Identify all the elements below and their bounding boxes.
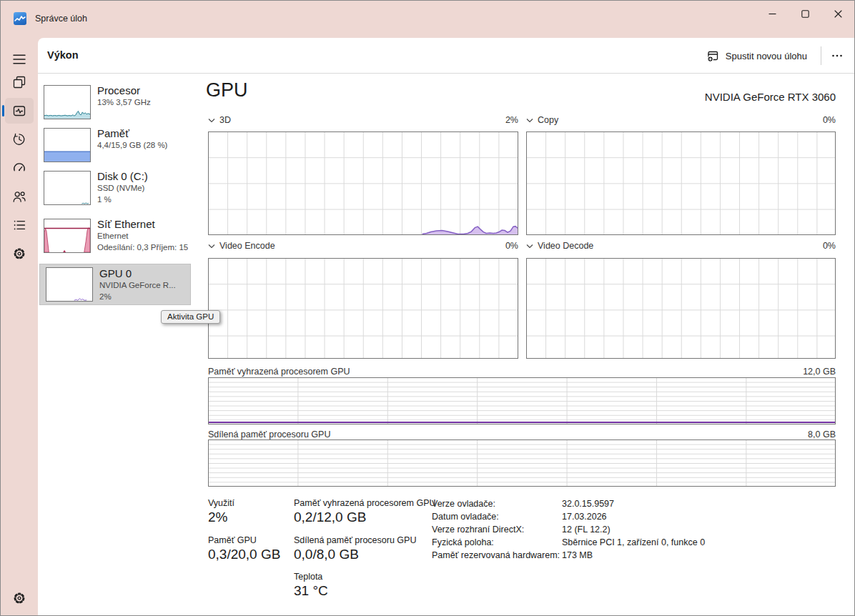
detail-value: 173 MB [562,550,593,560]
memory-chart-label: Sdílená paměť procesoru GPU [208,429,330,439]
cpu-thumbnail-chart [44,85,91,119]
stat-gpu-memory-label: Paměť GPU [208,535,257,545]
chart-percent: 0% [823,241,836,251]
page-header: Výkon Spustit novou úlohu [38,38,855,74]
detail-value: 12 (FL 12.2) [562,525,611,535]
app-history-icon [12,132,26,146]
run-new-task-label: Spustit novou úlohu [726,51,807,61]
services-icon [12,247,26,261]
detail-label: Verze rozhraní DirectX: [432,525,524,535]
detail-value: 32.0.15.9597 [562,499,614,509]
stat-shared-value: 0,0/8,0 GB [294,547,359,562]
processes-icon [12,75,26,89]
sidebar-item-title: Procesor [97,84,151,97]
settings-gear-icon [12,591,26,605]
performance-icon [12,104,26,118]
menu-button[interactable] [5,46,34,72]
sidebar-item-ethernet[interactable]: Síť Ethernet Ethernet Odesílání: 0,3 Pří… [38,217,192,262]
chart-head-video-encode[interactable]: Video Encode 0% [208,239,518,252]
sidebar-item-memory[interactable]: Paměť 4,4/15,9 GB (28 %) [38,126,192,165]
chevron-down-icon[interactable] [526,118,533,123]
content-panel: Výkon Spustit novou úlohu [38,38,855,616]
close-button[interactable] [821,1,854,26]
stat-usage-value: 2% [208,510,227,525]
app-icon [14,12,26,25]
gpu-page-title: GPU [206,79,248,101]
users-icon [12,189,26,204]
sidebar-item-sub: NVIDIA GeForce R... [99,280,176,292]
chart-head-3d[interactable]: 3D 2% [208,114,518,126]
dedicated-memory-usage-line [209,422,835,423]
details-icon [12,218,26,232]
stat-dedicated-value: 0,2/12,0 GB [294,510,366,525]
chart-percent: 2% [505,115,518,125]
nav-item-processes[interactable] [5,69,34,95]
memory-thumbnail-chart [44,128,91,162]
page-title: Výkon [47,49,79,61]
nav-rail [1,38,38,616]
gpu-3d-chart [208,131,518,235]
chart-label: 3D [219,115,231,125]
sidebar-item-disk[interactable]: Disk 0 (C:) SSD (NVMe) 1 % [38,169,192,214]
settings-button[interactable] [5,585,34,611]
nav-item-details[interactable] [5,212,34,238]
chevron-down-icon[interactable] [526,244,533,249]
dedicated-memory-chart [208,377,836,424]
detail-label: Fyzická poloha: [432,537,494,547]
network-thumbnail-chart [44,219,91,253]
detail-label: Datum ovladače: [432,512,499,522]
minimize-button[interactable] [756,1,789,26]
memory-chart-scale: 12,0 GB [803,367,836,377]
gpu-video-decode-chart [526,258,836,359]
stat-temperature-label: Teplota [294,572,322,582]
more-options-button[interactable] [824,44,850,68]
nav-item-users[interactable] [5,184,34,209]
stat-dedicated-label: Paměť vyhrazená procesorem GPU [294,498,436,508]
gpu-video-encode-chart [208,258,518,359]
chart-label: Video Decode [538,241,593,251]
sidebar-item-title: GPU 0 [99,267,176,280]
header-divider [821,46,821,65]
disk-thumbnail-chart [44,171,91,205]
chart-label: Copy [538,115,558,125]
chevron-down-icon[interactable] [208,118,215,123]
sidebar-item-cpu[interactable]: Procesor 13% 3,57 GHz [38,84,192,122]
task-manager-window: Správce úloh [0,0,855,616]
sidebar-item-title: Disk 0 (C:) [97,169,148,183]
gpu-thumbnail-chart [46,267,93,302]
chart-head-copy[interactable]: Copy 0% [526,114,836,126]
run-new-task-button[interactable]: Spustit novou úlohu [698,44,816,68]
hamburger-icon [11,51,27,67]
sidebar-item-gpu[interactable]: GPU 0 NVIDIA GeForce R... 2% [39,264,191,305]
stat-temperature-value: 31 °C [294,583,328,599]
detail-value: 17.03.2026 [562,512,607,522]
gpu-activity-tooltip: Aktivita GPU [161,310,220,324]
chart-percent: 0% [505,241,518,251]
detail-label: Paměť rezervovaná hardwarem: [432,550,560,560]
sidebar-item-title: Paměť [97,126,167,140]
stat-shared-label: Sdílená paměť procesoru GPU [294,535,416,545]
chevron-down-icon[interactable] [208,244,215,249]
window-title: Správce úloh [35,14,87,24]
chart-head-video-decode[interactable]: Video Decode 0% [526,239,836,252]
stat-gpu-memory-value: 0,3/20,0 GB [208,547,280,562]
nav-item-performance[interactable] [5,98,34,124]
detail-value: Sběrnice PCI 1, zařízení 0, funkce 0 [562,537,705,547]
shared-memory-chart [208,439,836,487]
nav-item-app-history[interactable] [5,126,34,152]
gpu-device-name: NVIDIA GeForce RTX 3060 [705,91,836,103]
sidebar-item-sub2: Odesílání: 0,3 Příjem: 15 [97,242,188,254]
sidebar-item-sub2: 1 % [97,194,148,206]
maximize-button[interactable] [789,1,821,26]
sidebar-item-sub: Ethernet [97,231,188,242]
sidebar-item-sub2: 2% [99,292,176,303]
chart-percent: 0% [823,115,836,125]
startup-apps-icon [12,161,26,175]
sidebar-item-sub: 13% 3,57 GHz [97,97,151,109]
titlebar: Správce úloh [1,1,854,38]
gpu-copy-chart [526,131,836,235]
sidebar-item-title: Síť Ethernet [97,217,188,231]
chart-label: Video Encode [219,241,275,251]
nav-item-startup-apps[interactable] [5,155,34,181]
nav-item-services[interactable] [5,241,34,267]
